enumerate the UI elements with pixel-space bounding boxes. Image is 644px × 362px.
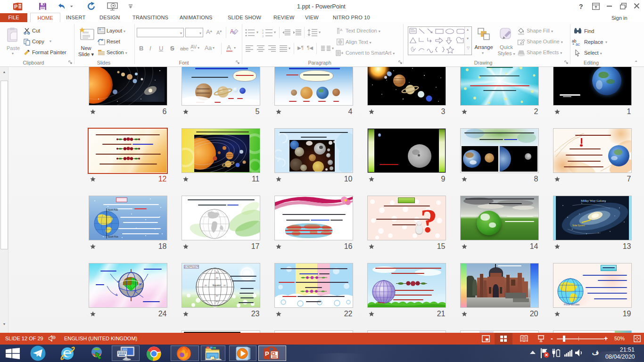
svg-text:Milky Way Galaxy: Milky Way Galaxy xyxy=(581,199,606,203)
svg-text:A: A xyxy=(230,28,234,35)
svg-text:Solar System: Solar System xyxy=(572,224,585,227)
svg-text:South Pole: South Pole xyxy=(108,236,119,238)
svg-text:▬▬▬: ▬▬▬ xyxy=(378,301,385,304)
svg-text:20°: 20° xyxy=(205,285,207,287)
svg-text:P: P xyxy=(14,4,17,9)
svg-text:3: 3 xyxy=(262,35,264,38)
svg-text:30°: 30° xyxy=(216,295,219,297)
svg-text:20°: 20° xyxy=(223,285,226,287)
svg-text:1: 1 xyxy=(262,29,264,32)
svg-text:Prime Meridian: Prime Meridian xyxy=(564,303,580,306)
svg-text:60°: 60° xyxy=(216,301,219,303)
svg-text:30°: 30° xyxy=(216,277,219,279)
svg-text:North Pole: North Pole xyxy=(108,209,118,211)
svg-text:ac: ac xyxy=(576,42,580,46)
svg-text:60°: 60° xyxy=(216,272,219,273)
svg-text:Equator: Equator xyxy=(213,284,221,287)
svg-text:P: P xyxy=(265,350,269,357)
svg-text:A: A xyxy=(340,28,343,32)
svg-text:2: 2 xyxy=(262,32,264,34)
